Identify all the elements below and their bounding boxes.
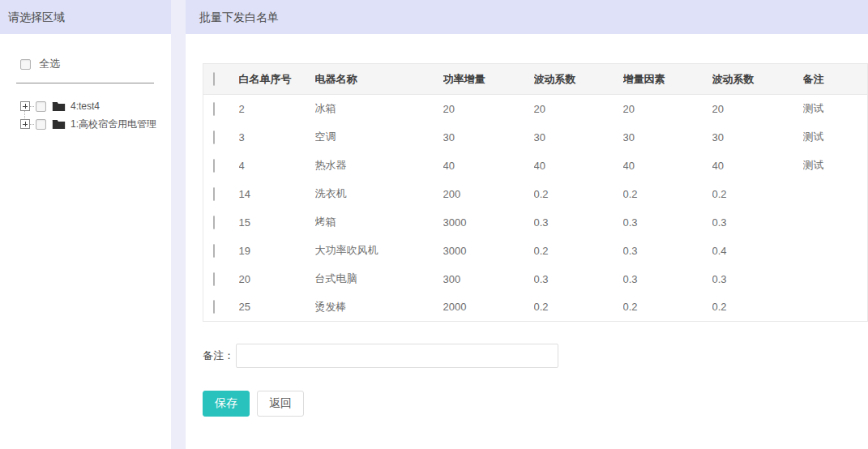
back-button[interactable]: 返回 [257,391,304,417]
row-checkbox[interactable] [213,216,215,229]
table-cell [803,237,868,265]
column-header: 白名单序号 [239,64,315,95]
row-checkbox-cell [203,123,239,152]
table-cell: 热水器 [315,152,443,180]
table-row: 4热水器40404040测试 [203,152,868,180]
table-header-row: 白名单序号电器名称功率增量波动系数增量因素波动系数备注 [203,64,868,95]
button-row: 保存 返回 [203,391,868,417]
table-row: 14洗衣机2000.20.20.2 [203,180,868,208]
table-cell: 0.3 [712,265,803,293]
table-cell [803,208,868,237]
table-cell: 40 [623,152,712,180]
expand-plus-icon[interactable] [20,119,30,129]
table-cell: 20 [712,95,803,123]
table-cell: 19 [239,237,315,265]
table-cell: 20 [534,95,623,123]
row-checkbox-cell [203,180,239,208]
row-checkbox[interactable] [213,187,215,201]
table-cell: 台式电脑 [315,265,443,293]
table-cell [803,180,868,208]
table-row: 19大功率吹风机30000.20.30.4 [203,237,868,265]
table-cell: 3000 [443,237,534,265]
table-cell [803,265,868,293]
select-all-rows-checkbox[interactable] [213,72,215,86]
table-cell: 40 [534,152,623,180]
table-cell: 30 [623,123,712,152]
table-cell: 0.2 [623,293,712,322]
row-checkbox[interactable] [213,272,215,286]
table-cell: 0.2 [534,180,623,208]
column-header: 备注 [803,64,868,95]
remark-row: 备注： [203,344,868,368]
sidebar-title: 请选择区域 [0,0,171,34]
tree-node-label: 1:高校宿舍用电管理 [71,118,156,131]
table-cell: 14 [239,180,315,208]
select-all-row[interactable]: 全选 [20,57,171,71]
folder-icon [52,118,66,130]
table-cell: 40 [712,152,803,180]
table-cell: 3 [239,123,315,152]
table-cell: 30 [443,123,534,152]
table-cell: 20 [239,265,315,293]
table-cell: 20 [623,95,712,123]
remark-input[interactable] [236,344,558,368]
whitelist-panel: 批量下发白名单 白名单序号电器名称功率增量波动系数增量因素波动系数备注 2冰箱2… [186,0,868,449]
tree-dot-connector [30,124,34,125]
table-cell: 40 [443,152,534,180]
tree-node-checkbox[interactable] [36,101,46,112]
tree-node-checkbox[interactable] [36,119,46,130]
column-header: 波动系数 [534,64,623,95]
select-all-label: 全选 [39,57,60,71]
table-cell: 4 [239,152,315,180]
table-cell: 0.2 [534,237,623,265]
table-cell: 2000 [443,293,534,322]
row-checkbox[interactable] [213,244,215,258]
row-checkbox[interactable] [213,159,215,173]
page-title: 批量下发白名单 [186,0,868,34]
table-cell: 0.2 [623,180,712,208]
row-checkbox-cell [203,293,239,322]
table-cell: 300 [443,265,534,293]
table-cell: 空调 [315,123,443,152]
header-checkbox-cell [203,64,239,95]
sidebar-divider [16,83,154,83]
tree-node-label: 4:test4 [71,100,100,112]
table-cell: 0.3 [623,208,712,237]
expand-plus-icon[interactable] [20,101,30,111]
table-cell: 烫发棒 [315,293,443,322]
table-cell: 0.4 [712,237,803,265]
row-checkbox-cell [203,152,239,180]
table-row: 2冰箱20202020测试 [203,95,868,123]
table-cell: 15 [239,208,315,237]
table-cell: 测试 [803,123,868,152]
table-cell: 测试 [803,95,868,123]
table-cell: 0.2 [534,293,623,322]
folder-icon [52,100,66,112]
table-row: 25烫发棒20000.20.20.2 [203,293,868,322]
row-checkbox[interactable] [213,300,215,314]
select-all-checkbox[interactable] [20,59,31,70]
region-tree: 4:test41:高校宿舍用电管理 [20,97,171,133]
table-row: 20台式电脑3000.30.30.3 [203,265,868,293]
column-header: 电器名称 [315,64,443,95]
row-checkbox-cell [203,265,239,293]
table-cell: 大功率吹风机 [315,237,443,265]
column-header: 功率增量 [443,64,534,95]
row-checkbox-cell [203,95,239,123]
table-cell: 0.3 [534,208,623,237]
save-button[interactable]: 保存 [203,391,250,417]
table-cell: 3000 [443,208,534,237]
table-cell: 2 [239,95,315,123]
table-cell: 30 [712,123,803,152]
whitelist-table: 白名单序号电器名称功率增量波动系数增量因素波动系数备注 2冰箱20202020测… [203,63,868,322]
tree-node[interactable]: 1:高校宿舍用电管理 [20,115,171,133]
row-checkbox-cell [203,208,239,237]
row-checkbox[interactable] [213,130,215,144]
table-cell: 20 [443,95,534,123]
table-cell: 30 [534,123,623,152]
tree-node[interactable]: 4:test4 [20,97,171,115]
column-header: 波动系数 [712,64,803,95]
table-cell [803,293,868,322]
row-checkbox[interactable] [213,102,215,116]
table-cell: 冰箱 [315,95,443,123]
